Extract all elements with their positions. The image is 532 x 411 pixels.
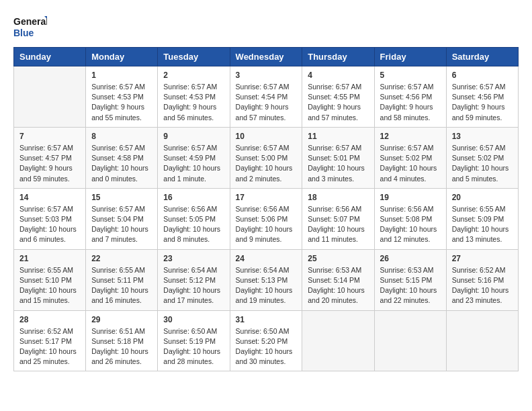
day-number: 5 bbox=[380, 71, 441, 80]
calendar-cell: 1Sunrise: 6:57 AMSunset: 4:53 PMDaylight… bbox=[86, 66, 158, 128]
calendar-cell: 3Sunrise: 6:57 AMSunset: 4:54 PMDaylight… bbox=[230, 66, 302, 128]
day-info: Sunrise: 6:57 AMSunset: 5:04 PMDaylight:… bbox=[91, 204, 152, 245]
day-number: 25 bbox=[308, 254, 368, 263]
calendar-cell: 17Sunrise: 6:56 AMSunset: 5:06 PMDayligh… bbox=[230, 188, 302, 249]
day-number: 30 bbox=[163, 315, 224, 324]
calendar-cell: 20Sunrise: 6:55 AMSunset: 5:09 PMDayligh… bbox=[446, 188, 518, 249]
calendar-cell: 13Sunrise: 6:57 AMSunset: 5:02 PMDayligh… bbox=[446, 127, 518, 188]
day-number: 10 bbox=[236, 132, 297, 141]
calendar-cell: 5Sunrise: 6:57 AMSunset: 4:56 PMDaylight… bbox=[374, 66, 446, 128]
calendar-cell bbox=[374, 310, 446, 371]
calendar-cell bbox=[302, 310, 374, 371]
calendar-cell: 8Sunrise: 6:57 AMSunset: 4:58 PMDaylight… bbox=[86, 127, 158, 188]
day-info: Sunrise: 6:56 AMSunset: 5:05 PMDaylight:… bbox=[163, 204, 224, 245]
day-info: Sunrise: 6:54 AMSunset: 5:12 PMDaylight:… bbox=[163, 265, 224, 306]
weekday-header: Thursday bbox=[302, 48, 374, 66]
calendar-cell bbox=[14, 66, 86, 128]
day-number: 22 bbox=[91, 254, 152, 263]
day-number: 4 bbox=[308, 71, 368, 80]
page-header: General Blue bbox=[13, 13, 519, 40]
day-info: Sunrise: 6:57 AMSunset: 4:57 PMDaylight:… bbox=[19, 143, 80, 184]
calendar-cell: 21Sunrise: 6:55 AMSunset: 5:10 PMDayligh… bbox=[14, 249, 86, 310]
day-info: Sunrise: 6:57 AMSunset: 5:02 PMDaylight:… bbox=[452, 143, 513, 184]
calendar-cell: 10Sunrise: 6:57 AMSunset: 5:00 PMDayligh… bbox=[230, 127, 302, 188]
calendar-cell: 2Sunrise: 6:57 AMSunset: 4:53 PMDaylight… bbox=[158, 66, 230, 128]
calendar-cell: 29Sunrise: 6:51 AMSunset: 5:18 PMDayligh… bbox=[86, 310, 158, 371]
day-info: Sunrise: 6:53 AMSunset: 5:14 PMDaylight:… bbox=[308, 265, 368, 306]
weekday-header: Wednesday bbox=[230, 48, 302, 66]
calendar-week-row: 28Sunrise: 6:52 AMSunset: 5:17 PMDayligh… bbox=[14, 310, 519, 371]
day-number: 27 bbox=[452, 254, 513, 263]
logo: General Blue bbox=[13, 13, 47, 40]
calendar-cell: 25Sunrise: 6:53 AMSunset: 5:14 PMDayligh… bbox=[302, 249, 374, 310]
day-info: Sunrise: 6:57 AMSunset: 4:55 PMDaylight:… bbox=[308, 82, 368, 123]
day-info: Sunrise: 6:57 AMSunset: 5:01 PMDaylight:… bbox=[308, 143, 368, 184]
day-number: 21 bbox=[19, 254, 80, 263]
day-info: Sunrise: 6:56 AMSunset: 5:07 PMDaylight:… bbox=[308, 204, 368, 245]
day-number: 31 bbox=[236, 315, 297, 324]
day-number: 23 bbox=[163, 254, 224, 263]
day-number: 18 bbox=[308, 193, 368, 202]
calendar-cell: 27Sunrise: 6:52 AMSunset: 5:16 PMDayligh… bbox=[446, 249, 518, 310]
day-number: 19 bbox=[380, 193, 441, 202]
day-info: Sunrise: 6:52 AMSunset: 5:16 PMDaylight:… bbox=[452, 265, 513, 306]
svg-text:General: General bbox=[13, 16, 47, 27]
calendar-cell: 4Sunrise: 6:57 AMSunset: 4:55 PMDaylight… bbox=[302, 66, 374, 128]
day-number: 24 bbox=[236, 254, 297, 263]
logo-svg: General Blue bbox=[13, 13, 47, 40]
calendar-cell: 23Sunrise: 6:54 AMSunset: 5:12 PMDayligh… bbox=[158, 249, 230, 310]
day-info: Sunrise: 6:57 AMSunset: 4:56 PMDaylight:… bbox=[380, 82, 441, 123]
day-info: Sunrise: 6:55 AMSunset: 5:10 PMDaylight:… bbox=[19, 265, 80, 306]
day-number: 15 bbox=[91, 193, 152, 202]
day-info: Sunrise: 6:57 AMSunset: 4:59 PMDaylight:… bbox=[163, 143, 224, 184]
day-number: 8 bbox=[91, 132, 152, 141]
day-info: Sunrise: 6:57 AMSunset: 5:02 PMDaylight:… bbox=[380, 143, 441, 184]
calendar-cell: 14Sunrise: 6:57 AMSunset: 5:03 PMDayligh… bbox=[14, 188, 86, 249]
calendar-cell: 28Sunrise: 6:52 AMSunset: 5:17 PMDayligh… bbox=[14, 310, 86, 371]
day-info: Sunrise: 6:57 AMSunset: 4:53 PMDaylight:… bbox=[163, 82, 224, 123]
day-info: Sunrise: 6:51 AMSunset: 5:18 PMDaylight:… bbox=[91, 326, 152, 367]
calendar-week-row: 1Sunrise: 6:57 AMSunset: 4:53 PMDaylight… bbox=[14, 66, 519, 128]
weekday-header: Sunday bbox=[14, 48, 86, 66]
day-number: 11 bbox=[308, 132, 368, 141]
calendar-cell: 15Sunrise: 6:57 AMSunset: 5:04 PMDayligh… bbox=[86, 188, 158, 249]
calendar-table: SundayMondayTuesdayWednesdayThursdayFrid… bbox=[13, 47, 519, 371]
calendar-cell: 24Sunrise: 6:54 AMSunset: 5:13 PMDayligh… bbox=[230, 249, 302, 310]
day-info: Sunrise: 6:54 AMSunset: 5:13 PMDaylight:… bbox=[236, 265, 297, 306]
day-info: Sunrise: 6:55 AMSunset: 5:11 PMDaylight:… bbox=[91, 265, 152, 306]
day-number: 13 bbox=[452, 132, 513, 141]
calendar-cell: 16Sunrise: 6:56 AMSunset: 5:05 PMDayligh… bbox=[158, 188, 230, 249]
day-info: Sunrise: 6:56 AMSunset: 5:08 PMDaylight:… bbox=[380, 204, 441, 245]
calendar-cell bbox=[446, 310, 518, 371]
calendar-week-row: 21Sunrise: 6:55 AMSunset: 5:10 PMDayligh… bbox=[14, 249, 519, 310]
day-number: 16 bbox=[163, 193, 224, 202]
day-info: Sunrise: 6:50 AMSunset: 5:20 PMDaylight:… bbox=[236, 326, 297, 367]
weekday-header: Tuesday bbox=[158, 48, 230, 66]
day-info: Sunrise: 6:50 AMSunset: 5:19 PMDaylight:… bbox=[163, 326, 224, 367]
day-info: Sunrise: 6:57 AMSunset: 5:03 PMDaylight:… bbox=[19, 204, 80, 245]
day-number: 7 bbox=[19, 132, 80, 141]
day-number: 9 bbox=[163, 132, 224, 141]
day-number: 29 bbox=[91, 315, 152, 324]
calendar-cell: 9Sunrise: 6:57 AMSunset: 4:59 PMDaylight… bbox=[158, 127, 230, 188]
day-info: Sunrise: 6:57 AMSunset: 4:58 PMDaylight:… bbox=[91, 143, 152, 184]
day-number: 20 bbox=[452, 193, 513, 202]
day-info: Sunrise: 6:57 AMSunset: 4:53 PMDaylight:… bbox=[91, 82, 152, 123]
calendar-week-row: 7Sunrise: 6:57 AMSunset: 4:57 PMDaylight… bbox=[14, 127, 519, 188]
calendar-cell: 22Sunrise: 6:55 AMSunset: 5:11 PMDayligh… bbox=[86, 249, 158, 310]
day-number: 26 bbox=[380, 254, 441, 263]
day-number: 1 bbox=[91, 71, 152, 80]
day-info: Sunrise: 6:57 AMSunset: 4:56 PMDaylight:… bbox=[452, 82, 513, 123]
day-info: Sunrise: 6:52 AMSunset: 5:17 PMDaylight:… bbox=[19, 326, 80, 367]
calendar-cell: 26Sunrise: 6:53 AMSunset: 5:15 PMDayligh… bbox=[374, 249, 446, 310]
day-number: 14 bbox=[19, 193, 80, 202]
day-info: Sunrise: 6:53 AMSunset: 5:15 PMDaylight:… bbox=[380, 265, 441, 306]
day-number: 12 bbox=[380, 132, 441, 141]
day-number: 17 bbox=[236, 193, 297, 202]
calendar-week-row: 14Sunrise: 6:57 AMSunset: 5:03 PMDayligh… bbox=[14, 188, 519, 249]
calendar-cell: 12Sunrise: 6:57 AMSunset: 5:02 PMDayligh… bbox=[374, 127, 446, 188]
calendar-cell: 6Sunrise: 6:57 AMSunset: 4:56 PMDaylight… bbox=[446, 66, 518, 128]
day-number: 28 bbox=[19, 315, 80, 324]
calendar-cell: 7Sunrise: 6:57 AMSunset: 4:57 PMDaylight… bbox=[14, 127, 86, 188]
calendar-header-row: SundayMondayTuesdayWednesdayThursdayFrid… bbox=[14, 48, 519, 66]
